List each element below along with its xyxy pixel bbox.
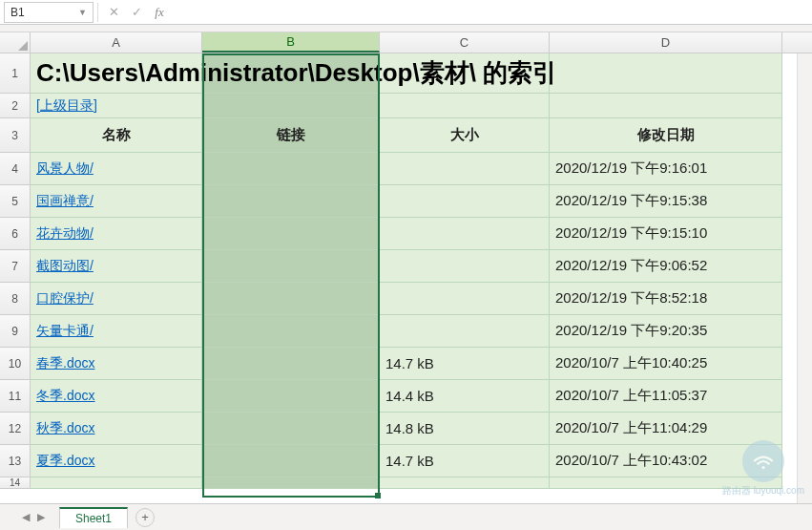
cell-modified[interactable]: 2020/12/19 下午9:16:01 <box>550 153 782 185</box>
cell[interactable] <box>202 94 380 118</box>
formula-input[interactable] <box>171 2 812 23</box>
row-header-9[interactable]: 9 <box>0 315 31 348</box>
cell-modified[interactable]: 2020/12/19 下午9:15:10 <box>550 218 782 250</box>
column-header-d[interactable]: D <box>550 32 782 53</box>
chevron-down-icon[interactable]: ▼ <box>78 8 87 17</box>
row-header-7[interactable]: 7 <box>0 250 31 283</box>
row-header-6[interactable]: 6 <box>0 218 31 250</box>
cell[interactable] <box>550 94 782 118</box>
file-link[interactable]: 国画禅意/ <box>36 193 94 210</box>
file-link[interactable]: 春季.docx <box>36 355 94 372</box>
cell[interactable] <box>202 477 380 489</box>
cell[interactable] <box>380 477 550 489</box>
tab-nav: ◀ ▶ <box>19 511 48 524</box>
cell-size[interactable]: 14.7 kB <box>380 445 550 477</box>
cell-name[interactable]: 冬季.docx <box>31 380 202 413</box>
cell-size[interactable] <box>380 218 550 250</box>
row-header-8[interactable]: 8 <box>0 283 31 315</box>
row-header-5[interactable]: 5 <box>0 185 31 218</box>
cell-modified[interactable]: 2020/12/19 下午8:52:18 <box>550 283 782 315</box>
add-sheet-button[interactable]: + <box>135 508 155 527</box>
row-header-1[interactable]: 1 <box>0 53 31 94</box>
header-link[interactable]: 链接 <box>202 118 380 153</box>
cell-name[interactable]: 秋季.docx <box>31 413 202 445</box>
file-link[interactable]: 矢量卡通/ <box>36 323 94 340</box>
cell-size[interactable]: 14.8 kB <box>380 413 550 445</box>
header-size[interactable]: 大小 <box>380 118 550 153</box>
row-header-12[interactable]: 12 <box>0 413 31 445</box>
file-link[interactable]: 花卉动物/ <box>36 225 94 243</box>
file-link[interactable]: 夏季.docx <box>36 453 94 470</box>
cell[interactable] <box>380 94 550 118</box>
row-header-2[interactable]: 2 <box>0 94 31 118</box>
select-all-corner[interactable] <box>0 32 31 53</box>
tab-prev-icon[interactable]: ◀ <box>19 511 32 524</box>
grid-area: A B C D 1 C:\Users\Administrator\Desktop… <box>0 32 812 489</box>
cell[interactable] <box>31 477 202 489</box>
cell-name[interactable]: 春季.docx <box>31 348 202 380</box>
column-header-c[interactable]: C <box>380 32 550 53</box>
cell-size[interactable]: 14.7 kB <box>380 348 550 380</box>
row-header-14[interactable]: 14 <box>0 477 31 489</box>
name-box[interactable]: B1 ▼ <box>4 2 94 23</box>
cell-name[interactable]: 矢量卡通/ <box>31 315 202 348</box>
table-row: 14 <box>0 477 812 489</box>
cell-link[interactable] <box>202 315 380 348</box>
cell-name[interactable]: 口腔保护/ <box>31 283 202 315</box>
header-modified[interactable]: 修改日期 <box>550 118 782 153</box>
formula-bar: B1 ▼ ✕ ✓ fx <box>0 0 812 25</box>
table-row: 6花卉动物/2020/12/19 下午9:15:10 <box>0 218 812 250</box>
title-text: C:\Users\Administrator\Desktop\素材\ 的索引 <box>36 56 557 90</box>
cell-name[interactable]: 夏季.docx <box>31 445 202 477</box>
vertical-scrollbar[interactable] <box>797 53 812 503</box>
cell-link[interactable] <box>202 380 380 413</box>
cell-modified[interactable]: 2020/12/19 下午9:15:38 <box>550 185 782 218</box>
cell-size[interactable] <box>380 315 550 348</box>
fx-icon[interactable]: fx <box>148 2 171 23</box>
column-header-a[interactable]: A <box>31 32 202 53</box>
cell-link[interactable] <box>202 348 380 380</box>
row-header-13[interactable]: 13 <box>0 445 31 477</box>
cell-name[interactable]: 花卉动物/ <box>31 218 202 250</box>
file-link[interactable]: 秋季.docx <box>36 420 94 437</box>
cell-link[interactable] <box>202 413 380 445</box>
cell-name[interactable]: 截图动图/ <box>31 250 202 283</box>
header-name[interactable]: 名称 <box>31 118 202 153</box>
cell-link[interactable] <box>202 250 380 283</box>
row-header-3[interactable]: 3 <box>0 118 31 153</box>
cell-link[interactable] <box>202 185 380 218</box>
file-link[interactable]: 冬季.docx <box>36 388 94 405</box>
cell-name[interactable]: 国画禅意/ <box>31 185 202 218</box>
table-row: 10春季.docx14.7 kB2020/10/7 上午10:40:25 <box>0 348 812 380</box>
cell-size[interactable] <box>380 283 550 315</box>
column-headers: A B C D <box>0 32 812 53</box>
cell-link[interactable] <box>202 218 380 250</box>
cell-name[interactable]: 风景人物/ <box>31 153 202 185</box>
cell-size[interactable] <box>380 153 550 185</box>
row-header-4[interactable]: 4 <box>0 153 31 185</box>
column-header-b[interactable]: B <box>202 32 380 53</box>
row-header-11[interactable]: 11 <box>0 380 31 413</box>
file-link[interactable]: 截图动图/ <box>36 258 94 275</box>
cell-link[interactable] <box>202 445 380 477</box>
file-link[interactable]: 口腔保护/ <box>36 290 94 307</box>
tab-sheet1[interactable]: Sheet1 <box>59 507 128 528</box>
cell-modified[interactable]: 2020/10/7 上午10:40:25 <box>550 348 782 380</box>
cell[interactable] <box>550 53 782 94</box>
page-title[interactable]: C:\Users\Administrator\Desktop\素材\ 的索引 <box>31 53 202 94</box>
cell-modified[interactable]: 2020/12/19 下午9:20:35 <box>550 315 782 348</box>
rows-container: 1 C:\Users\Administrator\Desktop\素材\ 的索引… <box>0 53 812 489</box>
cell-size[interactable] <box>380 250 550 283</box>
cell-size[interactable]: 14.4 kB <box>380 380 550 413</box>
cancel-icon[interactable]: ✕ <box>102 2 125 23</box>
file-link[interactable]: 风景人物/ <box>36 160 94 178</box>
parent-dir-link[interactable]: [上级目录] <box>31 94 202 118</box>
cell-modified[interactable]: 2020/12/19 下午9:06:52 <box>550 250 782 283</box>
tab-next-icon[interactable]: ▶ <box>34 511 48 524</box>
cell-link[interactable] <box>202 283 380 315</box>
confirm-icon[interactable]: ✓ <box>125 2 148 23</box>
cell-modified[interactable]: 2020/10/7 上午11:05:37 <box>550 380 782 413</box>
cell-link[interactable] <box>202 153 380 185</box>
cell-size[interactable] <box>380 185 550 218</box>
row-header-10[interactable]: 10 <box>0 348 31 380</box>
